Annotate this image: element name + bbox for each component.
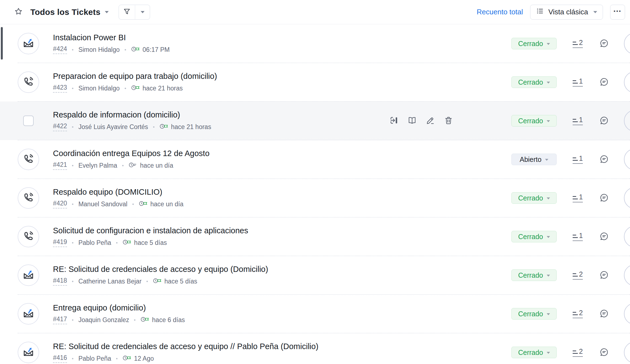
ticket-row[interactable]: RE: Solicitud de credenciales de acceso … [0,333,630,364]
status-badge[interactable]: Cerrado [511,192,557,204]
status-badge[interactable]: Cerrado [511,347,557,358]
thread-count[interactable]: 2 [573,309,583,318]
ticket-id[interactable]: #420 [53,200,67,208]
total-count-link[interactable]: Recuento total [477,8,523,16]
more-icon: ••• [614,8,622,14]
status-badge[interactable]: Cerrado [511,38,557,49]
status-badge[interactable]: Cerrado [511,231,557,242]
read-article-button[interactable] [407,116,417,126]
ticket-row[interactable]: Respaldo equipo (DOMICILIO) #420 Manuel … [0,179,630,217]
assignee-avatar[interactable] [624,110,630,132]
ticket-row[interactable]: Entrega equipo (domicilio) #417 Joaquin … [0,295,630,333]
ticket-row[interactable]: Respaldo de informacion (domicilio) #422… [0,101,630,140]
view-selector-dropdown[interactable] [105,11,109,13]
ticket-time-label: hace un día [150,200,183,208]
email-channel-icon [22,346,35,359]
dot-separator [116,242,118,243]
phone-channel-icon [22,230,35,243]
add-comment-button[interactable] [599,347,609,358]
status-label: Cerrado [518,40,543,48]
ticket-id[interactable]: #419 [53,238,67,247]
add-comment-button[interactable] [599,77,609,88]
assignee-avatar[interactable] [624,33,630,54]
row-checkbox[interactable] [23,116,34,126]
ticket-title[interactable]: Solicitud de configuracion e instalacion… [53,226,248,235]
thread-count[interactable]: 1 [573,78,583,87]
delete-button[interactable] [444,116,453,126]
ticket-title[interactable]: Entrega equipo (domicilio) [53,303,185,312]
add-comment-button[interactable] [599,270,609,281]
ticket-title[interactable]: Respaldo de informacion (domicilio) [53,110,211,119]
add-comment-button[interactable] [599,115,609,127]
assignee-avatar[interactable] [624,226,630,247]
ticket-row-right: Cerrado 2 [511,308,609,320]
ticket-row[interactable]: Preparacion de equipo para trabajo (domi… [0,63,630,101]
status-badge[interactable]: Abierto [511,154,557,165]
thread-count[interactable]: 1 [573,155,583,164]
chevron-down-icon [547,197,550,199]
dot-separator [72,358,73,359]
assignee-avatar[interactable] [624,71,630,93]
ticket-id[interactable]: #424 [53,45,67,54]
ticket-title[interactable]: RE: Solicitud de credenciales de acceso … [53,342,318,351]
ticket-row[interactable]: Instalacion Power BI #424 Simon Hidalgo [0,24,630,63]
ticket-title[interactable]: Respaldo equipo (DOMICILIO) [53,188,183,197]
filter-dropdown-button[interactable] [135,5,150,19]
status-badge[interactable]: Cerrado [511,76,557,88]
edit-button[interactable] [425,116,435,126]
ticket-title[interactable]: RE: Solicitud de credenciales de acceso … [53,265,268,274]
ticket-id[interactable]: #423 [53,84,67,93]
more-options-button[interactable]: ••• [610,5,625,20]
comment-icon [599,270,609,281]
comment-icon [599,77,609,88]
assignee-avatar[interactable] [624,342,630,363]
open-in-panel-button[interactable] [389,116,399,126]
add-comment-button[interactable] [599,308,609,320]
selected-row-indicator [1,27,3,60]
ticket-id[interactable]: #418 [53,277,67,286]
thread-count[interactable]: 1 [573,116,583,125]
thread-count[interactable]: 2 [573,271,583,280]
clock-sla-icon [140,316,149,324]
channel-avatar [18,226,39,247]
add-comment-button[interactable] [599,38,609,49]
ticket-id[interactable]: #421 [53,161,67,170]
status-label: Cerrado [518,349,543,357]
ticket-row[interactable]: Solicitud de configuracion e instalacion… [0,217,630,256]
ticket-id[interactable]: #416 [53,354,67,363]
ticket-summary: Respaldo equipo (DOMICILIO) #420 Manuel … [53,188,183,208]
ticket-summary: Coordinación entrega Equipos 12 de Agost… [53,149,210,170]
channel-avatar-slot [18,187,39,209]
ticket-id[interactable]: #417 [53,315,67,324]
thread-count[interactable]: 2 [573,39,583,48]
status-badge[interactable]: Cerrado [511,115,557,127]
status-badge[interactable]: Cerrado [511,308,557,320]
ticket-row[interactable]: RE: Solicitud de credenciales de acceso … [0,256,630,295]
assignee-avatar[interactable] [624,264,630,286]
ticket-row[interactable]: Coordinación entrega Equipos 12 de Agost… [0,140,630,179]
add-comment-button[interactable] [599,192,609,204]
assignee-avatar[interactable] [624,187,630,209]
ticket-time-label: hace 21 horas [143,85,183,92]
thread-count[interactable]: 1 [573,232,583,241]
status-badge[interactable]: Cerrado [511,269,557,281]
thread-count[interactable]: 2 [573,348,583,357]
channel-avatar [18,342,39,363]
assignee-avatar[interactable] [624,149,630,170]
chevron-down-icon [547,120,550,122]
add-comment-button[interactable] [599,154,609,165]
ticket-row-right: Cerrado 1 [511,231,609,242]
ticket-id[interactable]: #422 [53,122,67,131]
ticket-title[interactable]: Preparacion de equipo para trabajo (domi… [53,72,217,81]
favorite-star-button[interactable] [14,7,23,17]
thread-count[interactable]: 1 [573,194,583,202]
status-label: Cerrado [518,271,543,279]
filter-button[interactable] [119,5,135,19]
assignee-avatar[interactable] [624,303,630,325]
add-comment-button[interactable] [599,231,609,242]
view-mode-button[interactable]: Vista clásica [530,5,603,20]
ticket-title[interactable]: Coordinación entrega Equipos 12 de Agost… [53,149,210,158]
ticket-title[interactable]: Instalacion Power BI [53,33,170,42]
ticket-summary: Preparacion de equipo para trabajo (domi… [53,72,217,93]
dot-separator [146,281,148,282]
